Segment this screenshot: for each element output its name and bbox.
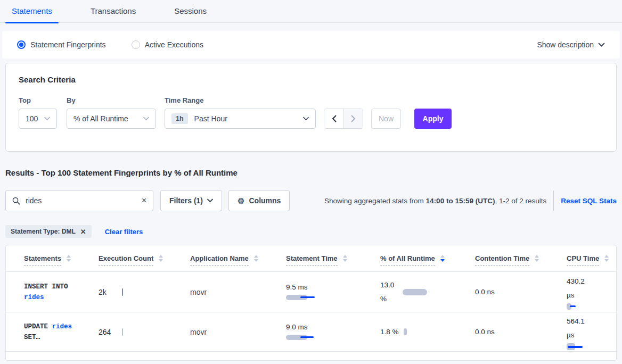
- radio-active-executions[interactable]: Active Executions: [132, 40, 204, 49]
- table-name-link[interactable]: rides: [52, 323, 72, 330]
- time-range-badge: 1h: [171, 113, 188, 124]
- statement-link[interactable]: UPDATE rides SET…: [24, 321, 99, 343]
- by-select[interactable]: % of All Runtime: [67, 109, 156, 129]
- sort-icon: [343, 255, 347, 262]
- time-range-value: Past Hour: [194, 114, 227, 123]
- results-toolbar: × Filters (1) ⚙ Columns Showing aggregat…: [5, 190, 617, 211]
- filter-chip-row: Statement Type: DML ✕ Clear filters: [5, 225, 617, 238]
- statement-link[interactable]: INSERT INTO rides: [24, 282, 99, 303]
- statement-time-bar: [286, 334, 318, 341]
- top-label: Top: [19, 96, 57, 104]
- column-header-execution-count[interactable]: Execution Count: [99, 252, 190, 266]
- tab-transactions[interactable]: Transactions: [84, 1, 142, 22]
- column-header-statements[interactable]: Statements: [24, 252, 99, 266]
- sort-icon: [159, 255, 163, 262]
- statement-time-cell: 9.0 ms: [286, 323, 380, 341]
- pct-runtime-bar: [403, 289, 427, 295]
- application-name-cell: movr: [190, 328, 286, 336]
- statement-time-cell: 9.5 ms: [286, 283, 380, 301]
- toolbar-divider: [553, 191, 554, 211]
- reset-sql-stats-link[interactable]: Reset SQL Stats: [561, 197, 617, 205]
- by-label: By: [67, 96, 156, 104]
- now-button[interactable]: Now: [371, 109, 401, 129]
- radio-active-executions-label: Active Executions: [145, 40, 204, 49]
- time-pagination-group: [324, 109, 363, 129]
- column-header-cpu-time[interactable]: CPU Time: [567, 252, 616, 266]
- pct-runtime-bar: [404, 328, 407, 335]
- next-time-button[interactable]: [343, 109, 363, 128]
- columns-button-label: Columns: [249, 196, 281, 205]
- sort-icon: [604, 255, 609, 262]
- column-header-contention-time[interactable]: Contention Time: [475, 252, 567, 266]
- table-name-link[interactable]: rides: [24, 294, 44, 301]
- search-input[interactable]: [26, 196, 136, 205]
- sort-icon: [254, 255, 258, 262]
- chevron-down-icon: [44, 117, 50, 121]
- execution-count-bar: [122, 288, 123, 296]
- pct-runtime-cell: 13.0 %: [380, 278, 475, 306]
- statements-table: Statements Execution Count Application N…: [5, 245, 617, 361]
- chevron-down-icon: [143, 117, 149, 121]
- cpu-time-bar: [567, 303, 588, 310]
- sql-activity-tabbar: Statements Transactions Sessions: [0, 0, 622, 23]
- execution-count-bar: [122, 328, 123, 336]
- column-header-statement-time[interactable]: Statement Time: [286, 252, 380, 266]
- pct-runtime-cell: 1.8 %: [380, 328, 475, 336]
- clear-filters-link[interactable]: Clear filters: [105, 228, 143, 236]
- radio-selected-icon: [17, 40, 26, 49]
- show-description-label: Show description: [537, 40, 594, 49]
- search-criteria-title: Search Criteria: [19, 75, 603, 84]
- stats-time-range: 14:00 to 15:59 (UTC): [426, 197, 495, 205]
- apply-button[interactable]: Apply: [414, 109, 452, 129]
- search-criteria-card: Search Criteria Top 100 By % of All Runt…: [5, 63, 617, 152]
- statement-time-bar: [286, 294, 318, 301]
- filter-chip-statement-type: Statement Type: DML ✕: [5, 225, 92, 238]
- table-header-row: Statements Execution Count Application N…: [6, 245, 616, 272]
- tab-statements[interactable]: Statements: [5, 1, 59, 22]
- gear-icon: ⚙: [238, 197, 244, 205]
- chevron-down-icon: [207, 198, 213, 203]
- cpu-time-bar: [567, 343, 588, 350]
- execution-count-cell: 2k: [99, 288, 190, 296]
- contention-time-cell: 0.0 ns: [475, 328, 567, 336]
- cpu-time-cell: 564.1 µs: [567, 315, 616, 350]
- contention-time-cell: 0.0 ns: [475, 288, 567, 296]
- time-range-label: Time Range: [165, 96, 316, 104]
- top-select-value: 100: [26, 114, 38, 123]
- tab-sessions[interactable]: Sessions: [168, 1, 213, 22]
- time-range-select[interactable]: 1h Past Hour: [165, 109, 316, 129]
- top-select[interactable]: 100: [19, 109, 57, 129]
- show-description-toggle[interactable]: Show description: [537, 40, 605, 49]
- chevron-down-icon: [598, 43, 605, 47]
- table-row: UPDATE rides SET… 264 movr 9.0 ms 1.8 % …: [6, 312, 616, 352]
- time-range-field: Time Range 1h Past Hour: [156, 96, 316, 129]
- sort-icon: [67, 255, 71, 262]
- table-row: INSERT INTO rides 2k movr 9.5 ms 13.0 % …: [6, 272, 616, 312]
- radio-unselected-icon: [132, 40, 140, 49]
- clear-search-icon[interactable]: ×: [142, 196, 146, 205]
- chevron-down-icon: [303, 117, 309, 121]
- search-icon: [12, 197, 20, 205]
- search-box: ×: [5, 190, 153, 211]
- sort-icon: [535, 255, 539, 262]
- column-header-pct-of-all-runtime[interactable]: % of All Runtime: [380, 252, 475, 266]
- radio-statement-fingerprints[interactable]: Statement Fingerprints: [17, 40, 106, 49]
- results-heading: Results - Top 100 Statement Fingerprints…: [5, 168, 617, 177]
- remove-filter-icon[interactable]: ✕: [80, 228, 86, 236]
- view-toggle-panel: Statement Fingerprints Active Executions…: [2, 31, 620, 59]
- by-select-value: % of All Runtime: [73, 114, 128, 123]
- columns-button[interactable]: ⚙ Columns: [228, 190, 290, 211]
- execution-count-cell: 264: [99, 328, 190, 336]
- cpu-time-cell: 430.2 µs: [567, 275, 616, 310]
- filter-chip-label: Statement Type: DML: [11, 228, 76, 235]
- by-field: By % of All Runtime: [57, 96, 156, 129]
- filters-button-label: Filters (1): [169, 196, 203, 205]
- top-field: Top 100: [19, 96, 57, 129]
- radio-statement-fingerprints-label: Statement Fingerprints: [30, 40, 106, 49]
- column-header-application-name[interactable]: Application Name: [190, 252, 286, 266]
- application-name-cell: movr: [190, 288, 286, 296]
- previous-time-button[interactable]: [324, 109, 343, 128]
- filters-button[interactable]: Filters (1): [160, 190, 222, 211]
- aggregated-stats-text: Showing aggregated stats from 14:00 to 1…: [324, 197, 546, 205]
- sort-icon-active-desc: [440, 255, 445, 262]
